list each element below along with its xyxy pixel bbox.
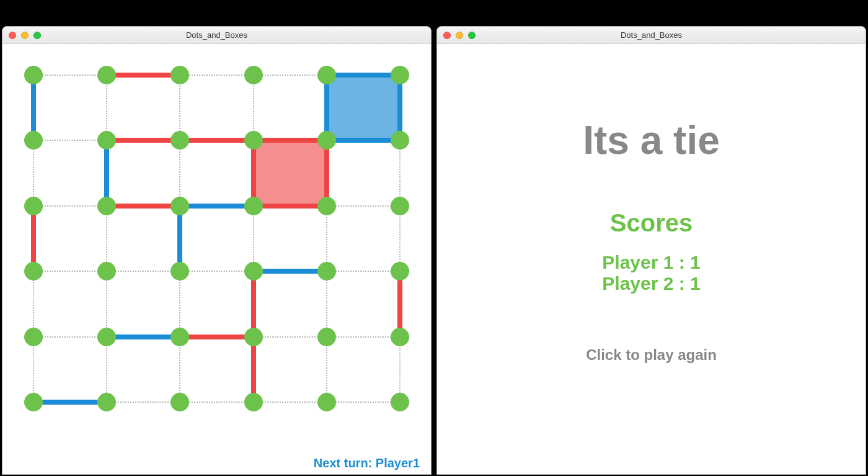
edge-horizontal-empty[interactable] bbox=[186, 402, 247, 403]
game-content: Next turn: Player1 bbox=[2, 44, 431, 474]
edge-vertical-p2 bbox=[31, 212, 36, 265]
edge-vertical-empty[interactable] bbox=[106, 277, 107, 330]
grid-dot bbox=[391, 262, 409, 281]
window-title: Dots_and_Boxes bbox=[2, 30, 431, 40]
edge-vertical-p1 bbox=[104, 146, 109, 199]
grid-dot bbox=[24, 393, 43, 411]
edge-horizontal-empty[interactable] bbox=[333, 271, 394, 272]
edge-horizontal-empty[interactable] bbox=[113, 271, 174, 272]
edge-horizontal-empty[interactable] bbox=[40, 336, 100, 338]
maximize-icon[interactable] bbox=[468, 32, 476, 39]
edge-vertical-empty[interactable] bbox=[326, 212, 327, 265]
grid-dot bbox=[244, 131, 263, 150]
edge-vertical-p1 bbox=[31, 81, 36, 134]
edge-vertical-empty[interactable] bbox=[179, 81, 180, 134]
edge-vertical-empty[interactable] bbox=[33, 146, 34, 199]
edge-vertical-empty[interactable] bbox=[179, 343, 180, 396]
result-window: Dots_and_Boxes Its a tie Scores Player 1… bbox=[436, 26, 866, 475]
edge-horizontal-empty[interactable] bbox=[333, 336, 394, 338]
grid-dot bbox=[170, 328, 189, 346]
game-window: Dots_and_Boxes Next turn: Player1 bbox=[2, 26, 432, 475]
close-icon[interactable] bbox=[9, 32, 16, 39]
edge-horizontal-empty[interactable] bbox=[40, 74, 100, 76]
grid-dot bbox=[317, 393, 336, 411]
grid-dot bbox=[97, 197, 116, 215]
grid-dot bbox=[24, 131, 43, 150]
grid-dot bbox=[317, 131, 336, 150]
player1-score: Player 1 : 1 bbox=[602, 252, 700, 273]
edge-horizontal-p2 bbox=[113, 138, 174, 143]
edge-vertical-empty[interactable] bbox=[33, 277, 34, 330]
edge-vertical-empty[interactable] bbox=[106, 81, 107, 134]
scores-heading: Scores bbox=[610, 209, 693, 237]
edge-vertical-empty[interactable] bbox=[399, 146, 401, 199]
edge-horizontal-empty[interactable] bbox=[113, 402, 174, 403]
grid-dot bbox=[170, 66, 189, 84]
grid-dot bbox=[244, 393, 263, 411]
edge-horizontal-p1 bbox=[113, 335, 174, 339]
edge-vertical-p2 bbox=[251, 277, 256, 330]
titlebar[interactable]: Dots_and_Boxes bbox=[437, 27, 866, 44]
edge-horizontal-empty[interactable] bbox=[260, 74, 321, 76]
edge-vertical-empty[interactable] bbox=[253, 81, 254, 134]
grid-dot bbox=[244, 328, 263, 346]
grid-dot bbox=[317, 197, 336, 215]
edge-horizontal-empty[interactable] bbox=[186, 74, 247, 76]
edge-horizontal-empty[interactable] bbox=[333, 402, 394, 403]
edge-horizontal-p1 bbox=[333, 73, 394, 78]
minimize-icon[interactable] bbox=[21, 32, 29, 39]
completed-box bbox=[329, 78, 397, 138]
grid-dot bbox=[170, 262, 189, 281]
window-controls bbox=[437, 32, 476, 39]
grid-dot bbox=[97, 66, 116, 84]
edge-horizontal-p2 bbox=[186, 138, 247, 143]
scores-block: Player 1 : 1 Player 2 : 1 bbox=[602, 252, 700, 294]
grid-dot bbox=[391, 197, 409, 215]
edge-vertical-p2 bbox=[397, 277, 402, 330]
close-icon[interactable] bbox=[443, 32, 451, 39]
edge-vertical-p1 bbox=[177, 212, 182, 265]
titlebar[interactable]: Dots_and_Boxes bbox=[2, 27, 431, 44]
grid-dot bbox=[24, 262, 43, 281]
edge-horizontal-p2 bbox=[260, 204, 321, 209]
grid-dot bbox=[170, 393, 189, 411]
grid-dot bbox=[317, 328, 336, 346]
grid-dot bbox=[170, 197, 189, 215]
grid-dot bbox=[170, 131, 189, 150]
edge-horizontal-empty[interactable] bbox=[186, 271, 247, 272]
edge-horizontal-empty[interactable] bbox=[40, 205, 100, 207]
result-title: Its a tie bbox=[583, 117, 720, 163]
grid-dot bbox=[97, 328, 116, 346]
result-panel: Its a tie Scores Player 1 : 1 Player 2 :… bbox=[437, 44, 866, 474]
grid-dot bbox=[24, 66, 43, 84]
edge-vertical-empty[interactable] bbox=[179, 277, 180, 330]
minimize-icon[interactable] bbox=[456, 32, 463, 39]
edge-vertical-empty[interactable] bbox=[33, 343, 34, 396]
edge-horizontal-p2 bbox=[260, 138, 321, 143]
edge-horizontal-p2 bbox=[113, 73, 174, 78]
edge-horizontal-empty[interactable] bbox=[260, 402, 321, 403]
result-content[interactable]: Its a tie Scores Player 1 : 1 Player 2 :… bbox=[437, 44, 866, 474]
edge-vertical-empty[interactable] bbox=[106, 212, 107, 265]
completed-box bbox=[256, 143, 324, 203]
edge-vertical-empty[interactable] bbox=[253, 212, 254, 265]
edge-vertical-empty[interactable] bbox=[106, 343, 107, 396]
edge-vertical-empty[interactable] bbox=[326, 343, 327, 396]
edge-horizontal-p1 bbox=[186, 204, 247, 209]
grid-dot bbox=[244, 197, 263, 215]
edge-vertical-empty[interactable] bbox=[399, 343, 401, 396]
grid-dot bbox=[244, 66, 263, 84]
edge-vertical-empty[interactable] bbox=[399, 212, 401, 265]
edge-horizontal-empty[interactable] bbox=[260, 336, 321, 338]
grid-dot bbox=[391, 328, 409, 346]
maximize-icon[interactable] bbox=[33, 32, 41, 39]
play-again-button[interactable]: Click to play again bbox=[586, 346, 717, 364]
edge-horizontal-empty[interactable] bbox=[333, 205, 394, 207]
edge-horizontal-empty[interactable] bbox=[40, 271, 100, 272]
edge-horizontal-empty[interactable] bbox=[40, 140, 100, 141]
window-controls bbox=[2, 32, 41, 39]
edge-vertical-empty[interactable] bbox=[326, 277, 327, 330]
game-board[interactable] bbox=[2, 44, 431, 474]
edge-vertical-empty[interactable] bbox=[179, 146, 180, 199]
grid-dot bbox=[97, 262, 116, 281]
